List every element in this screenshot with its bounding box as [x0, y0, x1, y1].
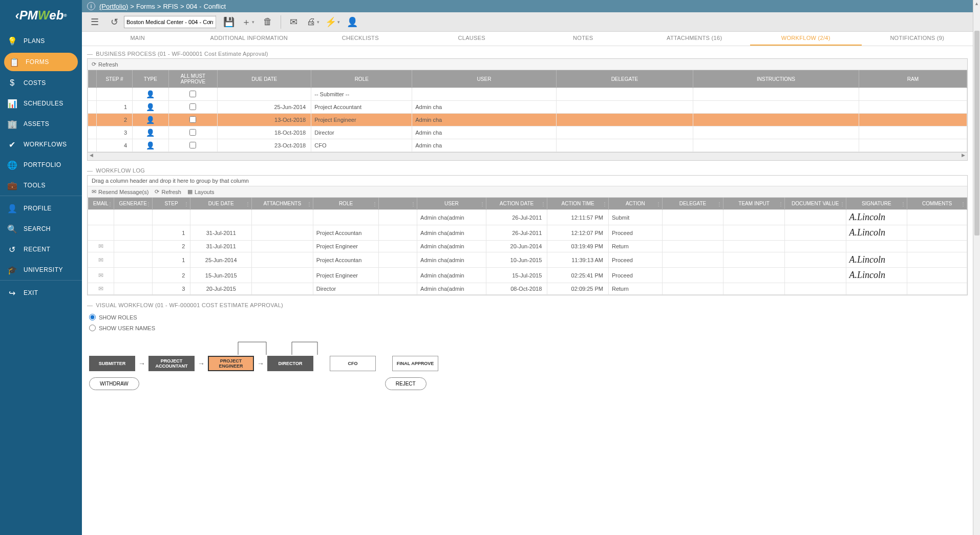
refresh-button[interactable]: ⟳Refresh [155, 188, 181, 195]
col-header[interactable]: EMAIL⋮ [88, 198, 114, 210]
tab-checklists[interactable]: CHECKLISTS [305, 32, 416, 46]
sidebar-item-assets[interactable]: 🏢ASSETS [0, 114, 82, 134]
column-menu-icon[interactable]: ⋮ [840, 201, 845, 206]
col-header[interactable]: ATTACHMENTS⋮ [252, 198, 313, 210]
column-menu-icon[interactable]: ⋮ [656, 201, 661, 206]
column-menu-icon[interactable]: ⋮ [480, 201, 485, 206]
sidebar-item-search[interactable]: 🔍SEARCH [0, 219, 82, 239]
sidebar-item-plans[interactable]: 💡PLANS [0, 31, 82, 51]
column-menu-icon[interactable]: ⋮ [778, 201, 783, 206]
table-row[interactable]: ✉125-Jun-2014Project AccountanAdmin cha(… [88, 252, 967, 268]
col-header[interactable]: DOCUMENT VALUE⋮ [784, 198, 846, 210]
column-menu-icon[interactable]: ⋮ [901, 201, 906, 206]
table-row[interactable]: 👤-- Submitter -- [88, 88, 967, 101]
mail-icon[interactable]: ✉ [98, 243, 103, 250]
column-menu-icon[interactable]: ⋮ [146, 201, 151, 206]
collapse-icon[interactable]: — [87, 51, 93, 57]
tab-additional-information[interactable]: ADDITIONAL INFORMATION [194, 32, 305, 46]
print-icon[interactable]: 🖨 [306, 14, 321, 30]
reject-button[interactable]: REJECT [385, 377, 427, 390]
resend-button[interactable]: ✉Resend Message(s) [92, 188, 148, 195]
column-menu-icon[interactable]: ⋮ [411, 201, 416, 206]
col-header[interactable]: RAM [859, 70, 967, 88]
sidebar-item-costs[interactable]: $COSTS [0, 73, 82, 93]
col-header[interactable]: ALL MUST APPROVE [168, 70, 218, 88]
sidebar-item-schedules[interactable]: 📊SCHEDULES [0, 93, 82, 114]
col-header[interactable]: GENERATE⋮ [114, 198, 152, 210]
col-header[interactable]: USER [412, 70, 556, 88]
table-row[interactable]: 131-Jul-2011Project AccountanAdmin cha(a… [88, 225, 967, 241]
wf-node-director[interactable]: DIRECTOR [267, 356, 313, 371]
tab-workflow-[interactable]: WORKFLOW (2/4) [750, 32, 862, 46]
mail-icon[interactable]: ✉ [98, 285, 103, 292]
col-header[interactable]: DUE DATE⋮ [190, 198, 252, 210]
sidebar-item-forms[interactable]: 📋FORMS [4, 53, 78, 71]
add-icon[interactable]: ＋ [241, 14, 256, 30]
table-row[interactable]: 2👤13-Oct-2018Project EngineerAdmin cha [88, 114, 967, 126]
collapse-icon[interactable]: — [87, 302, 93, 308]
user-icon[interactable]: 👤 [345, 14, 360, 30]
sidebar-item-portfolio[interactable]: 🌐PORTFOLIO [0, 155, 82, 175]
wf-node-final[interactable]: FINAL APPROVE [392, 356, 438, 371]
wf-node-engineer[interactable]: PROJECT ENGINEER [208, 356, 254, 371]
column-menu-icon[interactable]: ⋮ [245, 201, 250, 206]
col-header[interactable]: ⋮ [379, 198, 417, 210]
show-users-radio[interactable]: SHOW USER NAMES [89, 325, 966, 331]
column-menu-icon[interactable]: ⋮ [541, 201, 546, 206]
col-header[interactable]: STEP # [96, 70, 132, 88]
tab-notes[interactable]: NOTES [527, 32, 639, 46]
group-drop-area[interactable]: Drag a column header and drop it here to… [88, 176, 967, 186]
col-header[interactable]: DUE DATE [218, 70, 311, 88]
column-menu-icon[interactable]: ⋮ [602, 201, 607, 206]
delete-icon[interactable]: 🗑 [260, 14, 275, 30]
approve-checkbox[interactable] [189, 116, 196, 123]
col-header[interactable]: TYPE [133, 70, 168, 88]
table-row[interactable]: 1👤25-Jun-2014Project AccountantAdmin cha [88, 101, 967, 114]
table-row[interactable]: ✉215-Jun-2015Project EngineerAdmin cha(a… [88, 268, 967, 283]
approve-checkbox[interactable] [189, 129, 196, 136]
col-header[interactable]: ACTION DATE⋮ [486, 198, 547, 210]
refresh-button[interactable]: ⟳Refresh [92, 61, 118, 68]
horizontal-scrollbar[interactable] [88, 152, 967, 160]
col-header[interactable]: STEP⋮ [152, 198, 190, 210]
wf-node-cfo[interactable]: CFO [330, 356, 376, 371]
approve-checkbox[interactable] [189, 142, 196, 148]
col-header[interactable]: SIGNATURE⋮ [846, 198, 907, 210]
col-header[interactable]: INSTRUCTIONS [693, 70, 859, 88]
mail-icon[interactable]: ✉ [98, 272, 103, 279]
sidebar-item-tools[interactable]: 💼TOOLS [0, 175, 82, 196]
tab-main[interactable]: MAIN [82, 32, 194, 46]
col-header[interactable]: ROLE⋮ [313, 198, 379, 210]
approve-checkbox[interactable] [189, 103, 196, 110]
bolt-icon[interactable]: ⚡ [325, 14, 340, 30]
col-header[interactable]: ROLE [311, 70, 412, 88]
col-header[interactable]: COMMENTS⋮ [907, 198, 967, 210]
column-menu-icon[interactable]: ⋮ [717, 201, 722, 206]
col-header[interactable]: USER⋮ [417, 198, 486, 210]
column-menu-icon[interactable]: ⋮ [184, 201, 189, 206]
collapse-icon[interactable]: — [87, 167, 93, 174]
list-icon[interactable]: ☰ [87, 14, 102, 30]
column-menu-icon[interactable]: ⋮ [961, 201, 966, 206]
table-row[interactable]: ✉320-Jul-2015DirectorAdmin cha(admin08-O… [88, 283, 967, 295]
vertical-scrollbar[interactable] [973, 0, 980, 535]
wf-node-submitter[interactable]: SUBMITTER [89, 356, 135, 371]
mail-icon[interactable]: ✉ [98, 256, 103, 264]
col-header[interactable]: DELEGATE⋮ [662, 198, 723, 210]
col-header[interactable]: DELEGATE [556, 70, 693, 88]
email-icon[interactable]: ✉ [286, 14, 302, 30]
column-menu-icon[interactable]: ⋮ [108, 201, 113, 206]
save-icon[interactable]: 💾 [221, 14, 237, 30]
approve-checkbox[interactable] [189, 91, 196, 97]
table-row[interactable]: 3👤18-Oct-2018DirectorAdmin cha [88, 126, 967, 139]
tab-clauses[interactable]: CLAUSES [416, 32, 528, 46]
sidebar-item-workflows[interactable]: ✔WORKFLOWS [0, 134, 82, 155]
tab-notifications-[interactable]: NOTIFICATIONS (9) [862, 32, 973, 46]
table-row[interactable]: Admin cha(admin26-Jul-201112:11:57 PMSub… [88, 210, 967, 225]
column-menu-icon[interactable]: ⋮ [372, 201, 377, 206]
sidebar-item-recent[interactable]: ↺RECENT [0, 239, 82, 260]
table-row[interactable]: ✉231-Jul-2011Project EngineerAdmin cha(a… [88, 241, 967, 252]
withdraw-button[interactable]: WITHDRAW [89, 377, 139, 390]
sidebar-item-exit[interactable]: ↪EXIT [0, 283, 82, 303]
col-header[interactable]: ACTION⋮ [608, 198, 662, 210]
